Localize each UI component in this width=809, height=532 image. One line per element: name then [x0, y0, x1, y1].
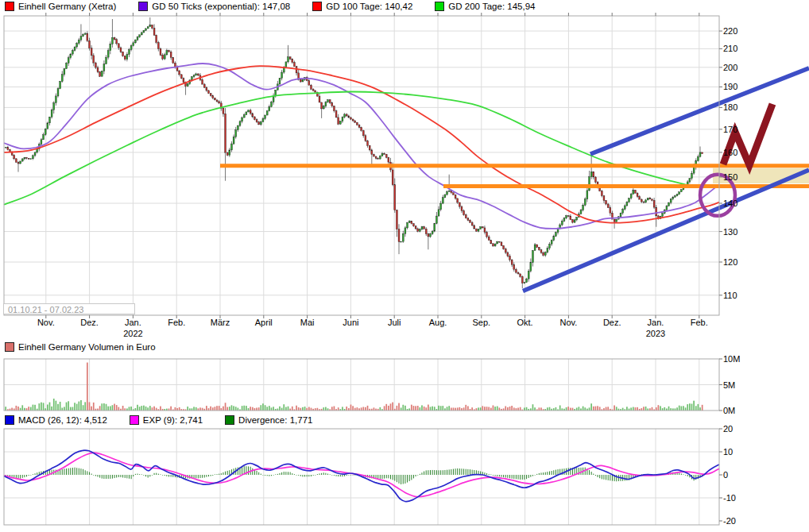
legend-label: Einhell Germany Volumen in Euro: [18, 342, 156, 352]
svg-text:2023: 2023: [646, 329, 665, 338]
svg-text:120: 120: [723, 257, 737, 267]
volume-legend: Einhell Germany Volumen in Euro: [5, 342, 156, 352]
svg-text:März: März: [211, 318, 230, 327]
svg-text:-20: -20: [723, 516, 736, 526]
svg-text:Dez.: Dez.: [80, 318, 99, 327]
svg-text:Juli: Juli: [388, 318, 401, 327]
svg-text:April: April: [255, 318, 273, 327]
svg-text:220: 220: [723, 26, 737, 36]
volume-swatch-icon: [5, 342, 14, 352]
legend-label: EXP (9): 2,741: [143, 415, 203, 425]
svg-text:Jan.: Jan.: [125, 318, 141, 327]
gd50-swatch-icon: [138, 2, 148, 11]
svg-text:200: 200: [723, 63, 737, 72]
main-legend: Einhell Germany (Xetra) GD 50 Ticks (exp…: [5, 2, 535, 11]
svg-text:0: 0: [723, 470, 728, 480]
svg-text:0M: 0M: [723, 406, 735, 415]
exp-swatch-icon: [130, 415, 139, 425]
svg-text:Feb.: Feb.: [691, 318, 708, 327]
macd-legend: MACD (26, 12): 4,512 EXP (9): 2,741 Dive…: [5, 415, 312, 425]
svg-text:140: 140: [723, 199, 737, 208]
svg-text:5M: 5M: [723, 380, 735, 390]
macd-plot-area[interactable]: [4, 429, 719, 525]
legend-label: GD 200 Tage: 145,94: [448, 2, 535, 11]
svg-text:-10: -10: [723, 493, 736, 503]
svg-text:190: 190: [723, 82, 737, 91]
legend-item-macd: MACD (26, 12): 4,512: [5, 415, 107, 425]
svg-text:130: 130: [723, 227, 737, 237]
macd-swatch-icon: [5, 415, 14, 425]
svg-text:Sep.: Sep.: [472, 318, 490, 327]
legend-item-gd200: GD 200 Tage: 145,94: [435, 2, 535, 11]
legend-label: MACD (26, 12): 4,512: [18, 415, 107, 425]
svg-text:Feb.: Feb.: [168, 318, 185, 327]
svg-text:160: 160: [723, 148, 737, 157]
svg-text:10: 10: [723, 447, 733, 457]
stock-chart-page: 22021020019018017016015014013012011010M5…: [0, 0, 809, 532]
legend-label: Divergence: 1,771: [238, 415, 312, 425]
svg-text:Okt.: Okt.: [517, 318, 533, 327]
gd200-swatch-icon: [435, 2, 444, 11]
legend-item-gd50: GD 50 Ticks (exponential): 147,08: [138, 2, 290, 11]
svg-text:150: 150: [723, 172, 737, 182]
legend-item-divergence: Divergence: 1,771: [225, 415, 312, 425]
date-range-label: 01.10.21 - 07.02.23: [3, 303, 135, 314]
legend-label: GD 100 Tage: 140,42: [326, 2, 412, 11]
gd100-swatch-icon: [312, 2, 322, 11]
legend-item-price: Einhell Germany (Xetra): [5, 2, 116, 11]
svg-text:170: 170: [723, 125, 737, 134]
svg-text:Dez.: Dez.: [603, 318, 621, 327]
svg-text:Juni: Juni: [343, 318, 358, 327]
legend-item-exp: EXP (9): 2,741: [130, 415, 203, 425]
legend-item-gd100: GD 100 Tage: 140,42: [312, 2, 412, 11]
chart-canvas: 22021020019018017016015014013012011010M5…: [0, 0, 809, 532]
svg-text:Nov.: Nov.: [37, 318, 55, 327]
main-chart-plot-area[interactable]: [4, 16, 719, 315]
svg-text:Aug.: Aug.: [429, 318, 447, 327]
volume-plot-area[interactable]: [4, 359, 719, 411]
svg-text:210: 210: [723, 44, 737, 53]
svg-text:180: 180: [723, 102, 737, 112]
svg-text:Jan.: Jan.: [648, 318, 664, 327]
svg-text:2022: 2022: [123, 329, 142, 338]
legend-label: GD 50 Ticks (exponential): 147,08: [152, 2, 290, 11]
price-series-swatch-icon: [5, 2, 14, 11]
svg-text:Nov.: Nov.: [559, 318, 577, 327]
svg-text:10M: 10M: [723, 354, 740, 364]
legend-label: Einhell Germany (Xetra): [18, 2, 116, 11]
svg-text:Mai: Mai: [300, 318, 315, 327]
svg-text:110: 110: [723, 291, 737, 300]
svg-text:20: 20: [723, 424, 733, 434]
divergence-swatch-icon: [225, 415, 234, 425]
legend-item-volume: Einhell Germany Volumen in Euro: [5, 342, 156, 352]
